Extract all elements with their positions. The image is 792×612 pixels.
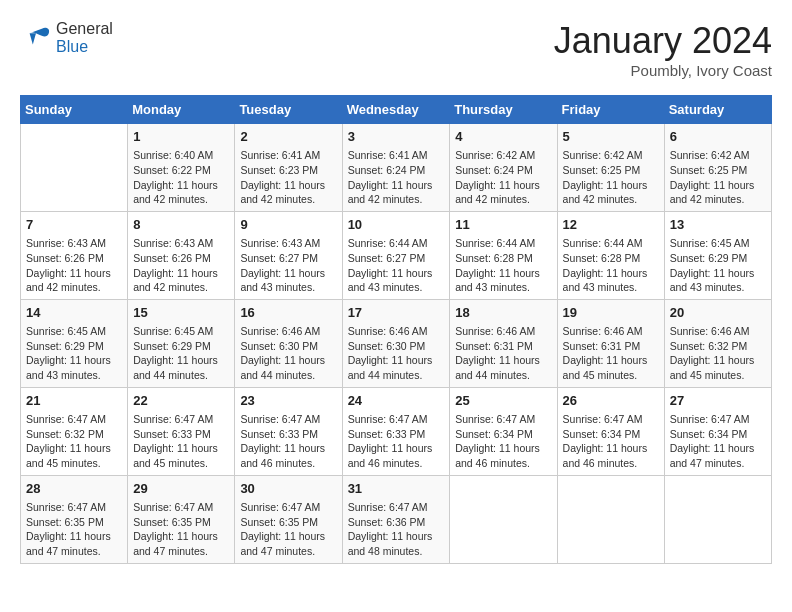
day-info: Sunrise: 6:44 AMSunset: 6:28 PMDaylight:… (563, 236, 659, 295)
calendar-cell: 2Sunrise: 6:41 AMSunset: 6:23 PMDaylight… (235, 124, 342, 212)
day-number: 19 (563, 304, 659, 322)
day-number: 12 (563, 216, 659, 234)
day-number: 27 (670, 392, 766, 410)
day-info: Sunrise: 6:46 AMSunset: 6:30 PMDaylight:… (240, 324, 336, 383)
day-info: Sunrise: 6:47 AMSunset: 6:36 PMDaylight:… (348, 500, 445, 559)
logo-blue-text: Blue (56, 38, 88, 55)
calendar-cell: 11Sunrise: 6:44 AMSunset: 6:28 PMDayligh… (450, 211, 557, 299)
day-number: 17 (348, 304, 445, 322)
day-info: Sunrise: 6:46 AMSunset: 6:31 PMDaylight:… (563, 324, 659, 383)
day-info: Sunrise: 6:47 AMSunset: 6:34 PMDaylight:… (563, 412, 659, 471)
day-info: Sunrise: 6:47 AMSunset: 6:35 PMDaylight:… (26, 500, 122, 559)
day-info: Sunrise: 6:47 AMSunset: 6:35 PMDaylight:… (133, 500, 229, 559)
day-number: 4 (455, 128, 551, 146)
calendar-cell: 21Sunrise: 6:47 AMSunset: 6:32 PMDayligh… (21, 387, 128, 475)
day-number: 28 (26, 480, 122, 498)
calendar-week-4: 21Sunrise: 6:47 AMSunset: 6:32 PMDayligh… (21, 387, 772, 475)
day-number: 30 (240, 480, 336, 498)
calendar-cell: 6Sunrise: 6:42 AMSunset: 6:25 PMDaylight… (664, 124, 771, 212)
logo-text: General Blue (56, 20, 113, 55)
day-number: 22 (133, 392, 229, 410)
day-info: Sunrise: 6:46 AMSunset: 6:30 PMDaylight:… (348, 324, 445, 383)
day-info: Sunrise: 6:47 AMSunset: 6:33 PMDaylight:… (348, 412, 445, 471)
calendar-cell: 26Sunrise: 6:47 AMSunset: 6:34 PMDayligh… (557, 387, 664, 475)
column-header-friday: Friday (557, 96, 664, 124)
day-info: Sunrise: 6:40 AMSunset: 6:22 PMDaylight:… (133, 148, 229, 207)
calendar-cell: 23Sunrise: 6:47 AMSunset: 6:33 PMDayligh… (235, 387, 342, 475)
calendar-cell: 7Sunrise: 6:43 AMSunset: 6:26 PMDaylight… (21, 211, 128, 299)
calendar-cell: 1Sunrise: 6:40 AMSunset: 6:22 PMDaylight… (128, 124, 235, 212)
calendar-cell (664, 475, 771, 563)
day-info: Sunrise: 6:41 AMSunset: 6:24 PMDaylight:… (348, 148, 445, 207)
day-number: 1 (133, 128, 229, 146)
day-number: 16 (240, 304, 336, 322)
month-title: January 2024 (554, 20, 772, 62)
calendar-cell: 19Sunrise: 6:46 AMSunset: 6:31 PMDayligh… (557, 299, 664, 387)
day-info: Sunrise: 6:47 AMSunset: 6:34 PMDaylight:… (670, 412, 766, 471)
page-header: General Blue January 2024 Poumbly, Ivory… (20, 20, 772, 79)
column-header-sunday: Sunday (21, 96, 128, 124)
calendar-cell: 10Sunrise: 6:44 AMSunset: 6:27 PMDayligh… (342, 211, 450, 299)
calendar-week-5: 28Sunrise: 6:47 AMSunset: 6:35 PMDayligh… (21, 475, 772, 563)
day-info: Sunrise: 6:47 AMSunset: 6:33 PMDaylight:… (133, 412, 229, 471)
calendar-cell: 20Sunrise: 6:46 AMSunset: 6:32 PMDayligh… (664, 299, 771, 387)
day-number: 8 (133, 216, 229, 234)
calendar-cell: 15Sunrise: 6:45 AMSunset: 6:29 PMDayligh… (128, 299, 235, 387)
calendar-cell: 18Sunrise: 6:46 AMSunset: 6:31 PMDayligh… (450, 299, 557, 387)
calendar-cell (450, 475, 557, 563)
calendar-cell: 27Sunrise: 6:47 AMSunset: 6:34 PMDayligh… (664, 387, 771, 475)
day-info: Sunrise: 6:47 AMSunset: 6:35 PMDaylight:… (240, 500, 336, 559)
column-header-wednesday: Wednesday (342, 96, 450, 124)
calendar-cell: 31Sunrise: 6:47 AMSunset: 6:36 PMDayligh… (342, 475, 450, 563)
calendar-cell: 25Sunrise: 6:47 AMSunset: 6:34 PMDayligh… (450, 387, 557, 475)
day-number: 31 (348, 480, 445, 498)
day-info: Sunrise: 6:43 AMSunset: 6:27 PMDaylight:… (240, 236, 336, 295)
day-info: Sunrise: 6:43 AMSunset: 6:26 PMDaylight:… (26, 236, 122, 295)
day-number: 20 (670, 304, 766, 322)
day-number: 11 (455, 216, 551, 234)
day-number: 21 (26, 392, 122, 410)
calendar-cell: 30Sunrise: 6:47 AMSunset: 6:35 PMDayligh… (235, 475, 342, 563)
day-number: 7 (26, 216, 122, 234)
day-info: Sunrise: 6:47 AMSunset: 6:32 PMDaylight:… (26, 412, 122, 471)
day-info: Sunrise: 6:45 AMSunset: 6:29 PMDaylight:… (133, 324, 229, 383)
calendar-cell: 29Sunrise: 6:47 AMSunset: 6:35 PMDayligh… (128, 475, 235, 563)
column-header-monday: Monday (128, 96, 235, 124)
day-number: 29 (133, 480, 229, 498)
day-number: 14 (26, 304, 122, 322)
column-header-tuesday: Tuesday (235, 96, 342, 124)
title-block: January 2024 Poumbly, Ivory Coast (554, 20, 772, 79)
day-info: Sunrise: 6:43 AMSunset: 6:26 PMDaylight:… (133, 236, 229, 295)
calendar-cell: 5Sunrise: 6:42 AMSunset: 6:25 PMDaylight… (557, 124, 664, 212)
day-number: 2 (240, 128, 336, 146)
logo-general-text: General (56, 20, 113, 37)
day-number: 15 (133, 304, 229, 322)
day-number: 3 (348, 128, 445, 146)
day-number: 10 (348, 216, 445, 234)
calendar-cell: 12Sunrise: 6:44 AMSunset: 6:28 PMDayligh… (557, 211, 664, 299)
day-info: Sunrise: 6:46 AMSunset: 6:32 PMDaylight:… (670, 324, 766, 383)
day-number: 23 (240, 392, 336, 410)
calendar-cell: 4Sunrise: 6:42 AMSunset: 6:24 PMDaylight… (450, 124, 557, 212)
calendar-week-3: 14Sunrise: 6:45 AMSunset: 6:29 PMDayligh… (21, 299, 772, 387)
day-info: Sunrise: 6:42 AMSunset: 6:24 PMDaylight:… (455, 148, 551, 207)
day-info: Sunrise: 6:45 AMSunset: 6:29 PMDaylight:… (26, 324, 122, 383)
calendar-cell: 14Sunrise: 6:45 AMSunset: 6:29 PMDayligh… (21, 299, 128, 387)
day-number: 25 (455, 392, 551, 410)
calendar-cell: 9Sunrise: 6:43 AMSunset: 6:27 PMDaylight… (235, 211, 342, 299)
day-info: Sunrise: 6:47 AMSunset: 6:34 PMDaylight:… (455, 412, 551, 471)
day-number: 18 (455, 304, 551, 322)
day-number: 9 (240, 216, 336, 234)
day-info: Sunrise: 6:42 AMSunset: 6:25 PMDaylight:… (670, 148, 766, 207)
calendar-cell: 16Sunrise: 6:46 AMSunset: 6:30 PMDayligh… (235, 299, 342, 387)
calendar-week-1: 1Sunrise: 6:40 AMSunset: 6:22 PMDaylight… (21, 124, 772, 212)
logo-icon (20, 22, 52, 54)
column-header-thursday: Thursday (450, 96, 557, 124)
calendar-cell: 24Sunrise: 6:47 AMSunset: 6:33 PMDayligh… (342, 387, 450, 475)
day-number: 6 (670, 128, 766, 146)
calendar-week-2: 7Sunrise: 6:43 AMSunset: 6:26 PMDaylight… (21, 211, 772, 299)
calendar-cell (21, 124, 128, 212)
calendar-cell: 8Sunrise: 6:43 AMSunset: 6:26 PMDaylight… (128, 211, 235, 299)
calendar-cell: 17Sunrise: 6:46 AMSunset: 6:30 PMDayligh… (342, 299, 450, 387)
day-info: Sunrise: 6:46 AMSunset: 6:31 PMDaylight:… (455, 324, 551, 383)
